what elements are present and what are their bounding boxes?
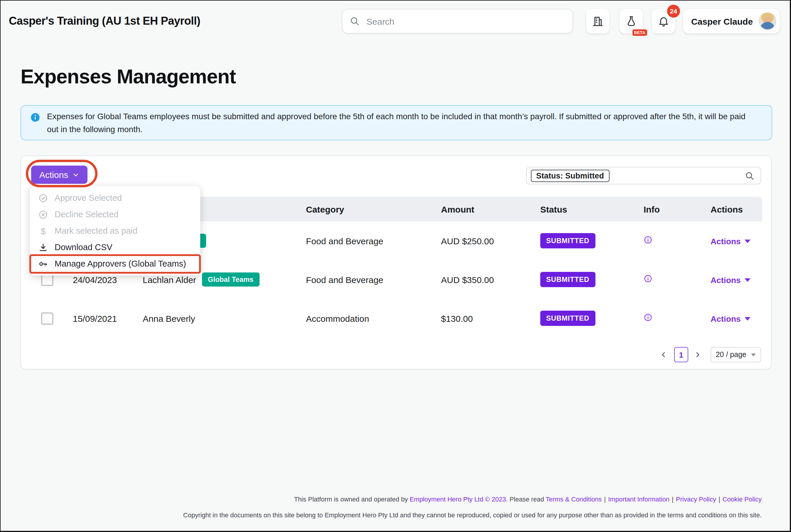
footer-link-cookie-policy[interactable]: Cookie Policy [722,496,761,502]
notifications-button[interactable]: 24 [652,9,675,34]
info-banner: Expenses for Global Teams employees must… [21,105,772,140]
row-actions-button[interactable]: Actions [711,275,751,285]
footer-separator: | [604,496,606,502]
beta-badge: BETA [632,30,647,36]
header-actions: Actions [701,204,762,214]
user-name: Casper Claude [691,16,759,26]
pagination-prev-button[interactable] [659,350,669,359]
footer-link-employment-hero[interactable]: Employment Hero Pty Ltd © 2023 [410,496,506,502]
global-search [342,9,573,34]
header-info: Info [634,204,701,214]
menu-item-label: Download CSV [55,243,112,252]
row-actions-button[interactable]: Actions [711,314,751,323]
user-menu[interactable]: Casper Claude [683,9,780,34]
footer-separator: | [672,496,674,502]
cell-category: Food and Beverage [297,236,432,246]
chevron-left-icon [659,350,668,359]
pagination-page-1[interactable]: 1 [674,347,688,362]
footer-line-2: Copyright in the documents on this site … [183,511,761,520]
filter-bar[interactable]: Status: Submitted [526,167,761,184]
cell-date: 24/04/2023 [63,274,133,285]
row-actions-label: Actions [711,314,741,323]
dollar-icon: $ [41,226,46,235]
cell-amount: $130.00 [432,313,531,323]
table-row: 15/09/2021 Anna Beverly Accommodation $1… [31,299,762,338]
app-window: Casper's Training (AU 1st EH Payroll) BE… [0,0,790,531]
row-actions-button[interactable]: Actions [711,236,751,246]
search-input[interactable] [365,16,565,27]
menu-item-decline-selected[interactable]: Decline Selected [30,206,200,223]
footer-separator: | [718,496,720,502]
download-icon [38,242,48,252]
chevron-down-icon [751,353,756,356]
actions-dropdown-menu: Approve Selected Decline Selected $ Mark… [30,186,200,276]
avatar [759,12,776,30]
row-actions-label: Actions [711,275,741,285]
team-badge: Global Teams [202,272,260,287]
header-category: Category [297,204,432,214]
pagination: 1 20 / page [659,347,761,362]
cell-category: Accommodation [297,313,432,323]
menu-item-label: Decline Selected [55,210,119,219]
cell-employee: Lachlan Alder [143,274,196,285]
row-info-icon[interactable] [644,274,653,283]
status-badge: SUBMITTED [540,233,595,248]
info-icon [31,113,40,122]
labs-button[interactable]: BETA [620,9,643,34]
caret-down-icon [745,239,751,243]
menu-item-label: Approve Selected [55,193,122,203]
menu-item-label: Manage Approvers (Global Teams) [55,259,186,268]
status-badge: SUBMITTED [540,272,595,287]
actions-button-label: Actions [39,170,68,180]
menu-item-download-csv[interactable]: Download CSV [30,239,200,255]
footer-text: This Platform is owned and operated by [294,496,410,502]
cell-amount: AUD $350.00 [432,274,531,285]
cell-employee: Anna Beverly [143,313,195,323]
page-size-value: 20 / page [716,350,746,359]
notification-count-badge: 24 [667,5,680,18]
page-size-select[interactable]: 20 / page [711,347,761,362]
page-title: Expenses Management [21,64,236,89]
menu-item-mark-paid[interactable]: $ Mark selected as paid [30,223,200,239]
row-info-icon[interactable] [644,313,653,322]
org-switcher-button[interactable] [586,9,609,34]
chevron-down-icon [72,171,79,178]
flask-icon [625,15,637,27]
bell-icon [658,15,670,27]
header-status: Status [531,204,634,214]
row-actions-label: Actions [711,236,741,246]
key-icon [38,259,48,269]
banner-text: Expenses for Global Teams employees must… [47,110,752,136]
footer-text: . Please read [506,496,546,502]
chevron-right-icon [694,350,702,359]
building-icon [592,15,604,27]
cell-amount: AUD $250.00 [432,236,531,246]
menu-item-approve-selected[interactable]: Approve Selected [30,190,200,206]
footer-link-privacy-policy[interactable]: Privacy Policy [676,496,716,502]
row-checkbox[interactable] [41,312,53,324]
row-info-icon[interactable] [644,235,653,244]
search-icon [350,16,360,26]
check-circle-icon [38,193,48,203]
caret-down-icon [745,278,751,282]
footer-line-1: This Platform is owned and operated by E… [183,495,761,504]
status-badge: SUBMITTED [540,311,595,326]
x-circle-icon [38,209,48,219]
menu-item-manage-approvers[interactable]: Manage Approvers (Global Teams) [30,255,200,272]
cell-category: Food and Beverage [297,274,432,285]
filter-search-icon[interactable] [745,171,755,180]
pagination-next-button[interactable] [694,350,703,359]
org-title: Casper's Training (AU 1st EH Payroll) [9,15,200,27]
menu-item-label: Mark selected as paid [55,226,137,235]
cell-date: 15/09/2021 [63,313,133,323]
footer-link-terms[interactable]: Terms & Conditions [546,496,602,502]
footer: This Platform is owned and operated by E… [183,495,761,527]
footer-link-important-information[interactable]: Important Information [608,496,670,502]
actions-button[interactable]: Actions [31,166,88,184]
header-amount: Amount [432,204,531,214]
status-filter-tag[interactable]: Status: Submitted [531,169,609,182]
caret-down-icon [745,317,751,320]
